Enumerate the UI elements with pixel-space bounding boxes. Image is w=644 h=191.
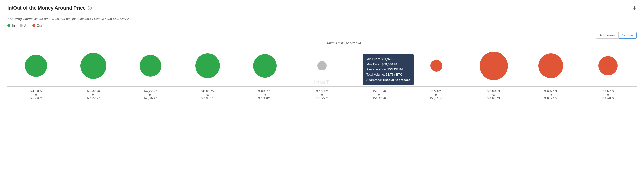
legend-item-in: In: [8, 24, 15, 27]
x-label-1: $44,088.34 to $45,706.26: [8, 89, 64, 100]
current-price-label: Current Price: $51,967.43: [327, 41, 361, 44]
x-labels: $44,088.34 to $45,706.26 $45,706.26 to $…: [8, 89, 636, 100]
chart-area: Current Price: $51,967.43: [8, 41, 636, 100]
bubble-col-7[interactable]: Min Price: $51,975.70 Max Price: $53,526…: [350, 57, 408, 75]
bubble-col-9: [465, 52, 522, 80]
tooltip-line-5: Addresses: 122.45k Addresses: [366, 78, 410, 83]
download-icon[interactable]: ⬇: [632, 5, 636, 11]
bubble-6: [317, 61, 327, 70]
bubble-3: [140, 55, 161, 77]
bubble-col-3: [122, 55, 179, 77]
x-label-10: $56,627.21 to $58,177.72: [522, 89, 580, 100]
bubble-8: [430, 60, 442, 72]
legend: In At Out: [8, 24, 636, 27]
bubble-col-4: [179, 53, 236, 78]
x-label-6: $51,908.2 to $51,975.70: [294, 89, 350, 100]
x-label-2: $45,706.26 to $47,256.77: [64, 89, 122, 100]
x-label-8: $3,526.20 to $55,076.71: [408, 89, 465, 100]
x-label-5: $50,357.78 to $51,908.28: [236, 89, 294, 100]
help-icon[interactable]: ?: [88, 6, 92, 10]
bubble-col-2: [64, 53, 122, 79]
x-label-4: $48,807.27 to $50,357.78: [179, 89, 236, 100]
bubble-4: [195, 53, 220, 78]
legend-dot-in: [8, 24, 10, 27]
bubbles-row: Min Price: $51,975.70 Max Price: $53,526…: [8, 46, 636, 85]
tooltip-line-4: Total Volume: 61.76k BTC: [366, 72, 410, 77]
subtitle: * Showing information for addresses that…: [8, 17, 636, 21]
legend-dot-out: [32, 24, 35, 27]
legend-label-at: At: [24, 24, 27, 27]
tooltip-line-2: Max Price: $53,526.20: [366, 62, 410, 67]
bubble-col-6: [294, 61, 350, 70]
x-label-9: $55,076.71 to $56,627.21: [465, 89, 522, 100]
tooltip: Min Price: $51,975.70 Max Price: $53,526…: [363, 54, 414, 85]
bubble-col-11: [580, 56, 636, 75]
addresses-button[interactable]: Addresses: [596, 32, 618, 39]
bubble-9: [480, 52, 508, 80]
bubble-col-8: [408, 60, 465, 72]
bubble-10: [538, 53, 563, 78]
bubble-1: [25, 55, 47, 77]
bubble-5: [253, 54, 277, 78]
axis-line: [8, 86, 636, 87]
bubble-col-10: [522, 53, 580, 78]
tooltip-line-1: Min Price: $51,975.70: [366, 57, 410, 62]
header: In/Out of the Money Around Price ? ⬇: [8, 5, 636, 14]
legend-label-in: In: [12, 24, 15, 27]
bubble-11: [598, 56, 618, 75]
volume-button[interactable]: Volume: [618, 32, 636, 39]
controls-row: Addresses Volume: [8, 32, 636, 39]
tooltip-line-3: Average Price: $53,033.84: [366, 67, 410, 72]
page-title: In/Out of the Money Around Price: [8, 5, 86, 11]
x-label-11: $58,177.72 to $59,728.22: [580, 89, 636, 100]
legend-item-at: At: [20, 24, 27, 27]
bubble-col-1: [8, 55, 64, 77]
x-label-7: $51,975.70 to $53,526.20: [350, 89, 408, 100]
legend-dot-at: [20, 24, 23, 27]
bubble-col-5: [236, 54, 294, 78]
legend-item-out: Out: [32, 24, 42, 27]
bubble-2: [80, 53, 106, 79]
title-group: In/Out of the Money Around Price ?: [8, 5, 92, 11]
legend-label-out: Out: [37, 24, 42, 27]
x-label-3: $47,256.77 to $48,807.27: [122, 89, 179, 100]
